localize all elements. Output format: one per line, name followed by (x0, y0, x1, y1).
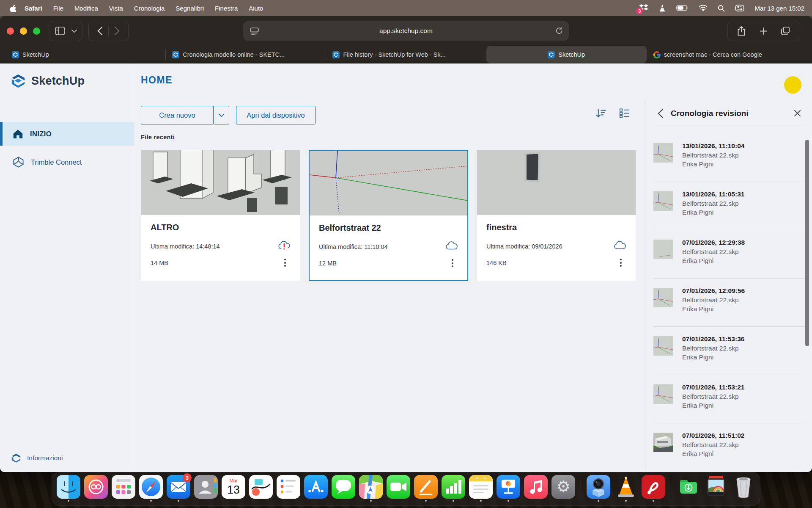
menubar-clock[interactable]: Mar 13 gen 15:02 (754, 5, 804, 12)
browser-tab-2[interactable]: Cronologia modello online - SKETC... (165, 46, 326, 64)
dock-divider (671, 475, 671, 499)
sidebar-item-home[interactable]: INIZIO (0, 122, 134, 146)
open-from-device-button[interactable]: Apri dal dispositivo (236, 106, 315, 124)
close-window-button[interactable] (7, 28, 14, 35)
dock-item-minimized-window[interactable] (704, 475, 728, 502)
revision-entry[interactable]: 07/01/2026, 11:53:36Belfortstraat 22.skp… (653, 327, 808, 375)
dock-item-music[interactable] (524, 475, 548, 502)
vlc-icon[interactable] (658, 4, 666, 12)
page-settings-icon[interactable] (250, 28, 259, 35)
list-view-icon[interactable] (619, 108, 630, 121)
revision-date: 07/01/2026, 11:51:02 (682, 431, 744, 440)
sidebar-footer-info[interactable]: Informazioni (10, 453, 63, 464)
menubar-menu-cronologia[interactable]: Cronologia (129, 5, 170, 12)
dock-item-lens-app[interactable] (586, 475, 611, 502)
menubar-menu-aiuto[interactable]: Aiuto (243, 5, 269, 12)
wifi-icon[interactable] (699, 5, 708, 11)
dock-item-launchpad[interactable] (111, 475, 136, 502)
menubar-status-area: 3 Mar 13 gen 15:02 (639, 4, 812, 12)
dock-item-maps[interactable] (359, 475, 383, 502)
revision-entry[interactable]: 07/01/2026, 12:29:38Belfortstraat 22.skp… (653, 230, 808, 279)
create-new-button[interactable]: Crea nuovo (141, 106, 214, 124)
calendar-icon: Mar13 (222, 475, 245, 499)
running-indicator-dot (370, 500, 372, 502)
browser-tab-1[interactable]: SketchUp (5, 46, 165, 64)
revision-entry[interactable]: 07/01/2026, 11:53:21Belfortstraat 22.skp… (653, 375, 808, 423)
dock-item-acrobat[interactable] (641, 475, 666, 502)
file-thumbnail (141, 150, 300, 215)
new-tab-icon[interactable] (752, 22, 774, 39)
sidebar-toggle-icon[interactable] (52, 22, 69, 39)
sidebar-item-trimble-connect[interactable]: Trimble Connect (0, 152, 134, 173)
browser-tab-5[interactable]: screenshot mac - Cerca con Google (647, 46, 807, 64)
tab-group-chevron-icon[interactable] (69, 22, 80, 39)
file-card-altro[interactable]: ALTRO Ultima modifica: 14:48:14 14 MB (141, 150, 300, 281)
dock-item-finder[interactable] (56, 475, 81, 502)
dock-item-mail[interactable]: 3 (166, 475, 191, 502)
menubar-menu-file[interactable]: File (48, 5, 69, 12)
reload-icon[interactable] (556, 27, 563, 35)
revision-entry[interactable]: 13/01/2026, 11:10:04Belfortstraat 22.skp… (653, 134, 808, 182)
search-icon[interactable] (718, 5, 725, 12)
browser-tab-3[interactable]: File history - SketchUp for Web - Sk... (326, 46, 486, 64)
file-menu-kebab-icon[interactable] (615, 259, 626, 267)
dock-item-app-store[interactable] (304, 475, 328, 502)
dock-item-numbers[interactable] (441, 475, 466, 502)
panel-scrollbar[interactable] (805, 140, 809, 346)
revision-entry[interactable]: 07/01/2026, 11:51:02Belfortstraat 22.skp… (653, 423, 808, 472)
menubar-menu-safari[interactable]: Safari (19, 5, 48, 12)
dock-item-contacts[interactable] (194, 475, 218, 502)
dock-item-notes[interactable] (469, 475, 493, 502)
dock-item-settings[interactable]: ⚙ (551, 475, 576, 502)
forward-button[interactable] (109, 22, 126, 39)
dock-item-safari[interactable] (139, 475, 163, 502)
browser-tab-4[interactable]: SketchUp (486, 46, 647, 64)
control-center-icon[interactable] (735, 5, 744, 11)
menubar-menu-modifica[interactable]: Modifica (69, 5, 104, 12)
minimize-window-button[interactable] (20, 28, 27, 35)
file-menu-kebab-icon[interactable] (447, 259, 458, 267)
dock-item-downloads[interactable] (676, 475, 701, 502)
dock-item-reminders[interactable] (276, 475, 301, 502)
dock-item-infinity-app[interactable] (84, 475, 108, 502)
cloud-sync-error-icon[interactable] (278, 240, 291, 252)
menubar-menu-finestra[interactable]: Finestra (209, 5, 243, 12)
settings-icon: ⚙ (551, 475, 575, 499)
dock-item-facetime[interactable] (386, 475, 411, 502)
dock-item-calendar[interactable]: Mar13 (221, 475, 246, 502)
panel-back-icon[interactable] (658, 109, 663, 118)
revision-entry[interactable]: 13/01/2026, 11:05:31Belfortstraat 22.skp… (653, 182, 808, 230)
menubar-menu-vista[interactable]: Vista (104, 5, 129, 12)
zoom-window-button[interactable] (33, 28, 40, 35)
address-bar[interactable]: app.sketchup.com (243, 21, 569, 41)
mail-badge: 3 (183, 473, 192, 482)
safari-toolbar: app.sketchup.com (0, 16, 812, 46)
dropbox-icon[interactable]: 3 (639, 4, 648, 12)
create-new-dropdown-button[interactable] (213, 106, 229, 124)
sketchup-logo[interactable]: SketchUp (9, 73, 85, 89)
battery-icon[interactable] (676, 5, 689, 11)
dock-item-trash[interactable] (731, 475, 756, 502)
file-menu-kebab-icon[interactable] (280, 259, 291, 267)
dock-item-freeform[interactable] (249, 475, 273, 502)
cloud-synced-icon[interactable] (614, 240, 626, 252)
dock-item-keynote[interactable] (496, 475, 521, 502)
dock-item-messages[interactable] (331, 475, 356, 502)
url-text[interactable]: app.sketchup.com (379, 27, 433, 35)
back-button[interactable] (91, 22, 108, 39)
share-icon[interactable] (730, 22, 752, 39)
dock-item-pages[interactable] (414, 475, 438, 502)
revision-author: Erika Pigni (682, 256, 745, 265)
cloud-synced-icon[interactable] (445, 241, 458, 253)
file-card-finestra[interactable]: finestra Ultima modifica: 09/01/2026 146… (477, 150, 636, 281)
menubar-menu-segnalibri[interactable]: Segnalibri (170, 5, 209, 12)
page-title: HOME (141, 75, 173, 86)
revision-entry[interactable]: 07/01/2026, 12:09:56Belfortstraat 22.skp… (653, 279, 808, 327)
apple-menu-icon[interactable] (9, 4, 16, 12)
sort-order-icon[interactable] (595, 108, 607, 121)
file-card-belfortstraat[interactable]: Belfortstraat 22 Ultima modifica: 11:10:… (309, 150, 468, 281)
panel-close-icon[interactable] (794, 108, 801, 119)
tab-overview-icon[interactable] (774, 22, 796, 39)
vlc-icon (614, 475, 638, 499)
dock-item-vlc[interactable] (614, 475, 638, 502)
